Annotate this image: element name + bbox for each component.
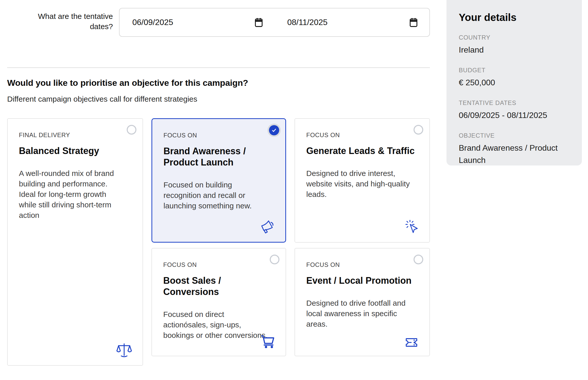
objective-question-subtitle: Different campaign objectives call for d… xyxy=(7,95,197,103)
your-details-panel: Your details COUNTRY Ireland BUDGET € 25… xyxy=(446,0,582,165)
card-description: Focused on direct actionósales, sign-ups… xyxy=(163,309,269,340)
objective-card-event-local[interactable]: FOCUS ON Event / Local Promotion Designe… xyxy=(295,248,430,356)
detail-budget: BUDGET € 250,000 xyxy=(459,67,570,89)
tentative-dates-question: What are the tentative dates? xyxy=(25,11,113,32)
scales-icon xyxy=(115,342,133,358)
end-date-input[interactable] xyxy=(287,18,395,27)
ticket-icon xyxy=(403,336,420,349)
objective-card-generate-leads[interactable]: FOCUS ON Generate Leads & Traffic Design… xyxy=(295,118,430,243)
card-description: Designed to drive interest, website visi… xyxy=(306,168,418,199)
start-date-input[interactable] xyxy=(132,18,240,27)
card-title: Generate Leads & Traffic xyxy=(306,145,418,157)
campaign-setup-page: What are the tentative dates? xyxy=(0,0,588,380)
calendar-icon[interactable] xyxy=(409,17,418,28)
end-date-field[interactable] xyxy=(275,8,430,36)
card-description: A well-rounded mix of brand building and… xyxy=(19,168,124,220)
detail-label: TENTATIVE DATES xyxy=(459,99,570,106)
radio-unchecked-icon[interactable] xyxy=(270,255,279,264)
card-description: Focused on building recognition and reca… xyxy=(163,180,258,211)
detail-label: BUDGET xyxy=(459,67,570,74)
radio-checked-icon[interactable] xyxy=(269,125,279,135)
card-title: Event / Local Promotion xyxy=(306,275,418,286)
card-eyebrow: FOCUS ON xyxy=(163,132,274,139)
detail-value: € 250,000 xyxy=(459,76,566,89)
objective-card-grid: FINAL DELIVERY Balanced Strategy A well-… xyxy=(7,118,430,366)
detail-value: Ireland xyxy=(459,44,566,56)
radio-unchecked-icon[interactable] xyxy=(414,255,423,264)
objective-question-heading: Would you like to prioritise an objectiv… xyxy=(7,78,248,88)
detail-objective: OBJECTIVE Brand Awareness / Product Laun… xyxy=(459,132,570,166)
detail-tentative-dates: TENTATIVE DATES 06/09/2025 - 08/11/2025 xyxy=(459,99,570,121)
objective-card-boost-sales[interactable]: FOCUS ON Boost Sales / Conversions Focus… xyxy=(151,248,286,356)
card-description: Designed to drive footfall and local awa… xyxy=(306,298,414,329)
objective-card-brand-awareness[interactable]: FOCUS ON Brand Awareness / Product Launc… xyxy=(151,118,286,243)
detail-label: OBJECTIVE xyxy=(459,132,570,139)
card-eyebrow: FOCUS ON xyxy=(306,261,418,268)
details-panel-title: Your details xyxy=(459,12,570,23)
calendar-icon[interactable] xyxy=(254,17,263,28)
date-range-box xyxy=(119,8,430,37)
detail-value: Brand Awareness / Product Launch xyxy=(459,142,566,166)
detail-value: 06/09/2025 - 08/11/2025 xyxy=(459,109,566,121)
megaphone-icon xyxy=(259,219,276,235)
card-eyebrow: FINAL DELIVERY xyxy=(19,132,131,139)
card-title: Balanced Strategy xyxy=(19,145,131,157)
card-eyebrow: FOCUS ON xyxy=(306,132,418,139)
card-title: Boost Sales / Conversions xyxy=(163,275,274,298)
card-eyebrow: FOCUS ON xyxy=(163,261,274,268)
card-title: Brand Awareness / Product Launch xyxy=(163,146,274,168)
section-divider xyxy=(7,67,430,68)
start-date-field[interactable] xyxy=(120,8,275,36)
cursor-click-icon xyxy=(404,219,420,235)
radio-unchecked-icon[interactable] xyxy=(414,125,423,135)
detail-label: COUNTRY xyxy=(459,34,570,41)
objective-card-balanced-strategy[interactable]: FINAL DELIVERY Balanced Strategy A well-… xyxy=(7,118,143,366)
cart-icon xyxy=(260,334,276,349)
detail-country: COUNTRY Ireland xyxy=(459,34,570,56)
radio-unchecked-icon[interactable] xyxy=(127,125,136,135)
